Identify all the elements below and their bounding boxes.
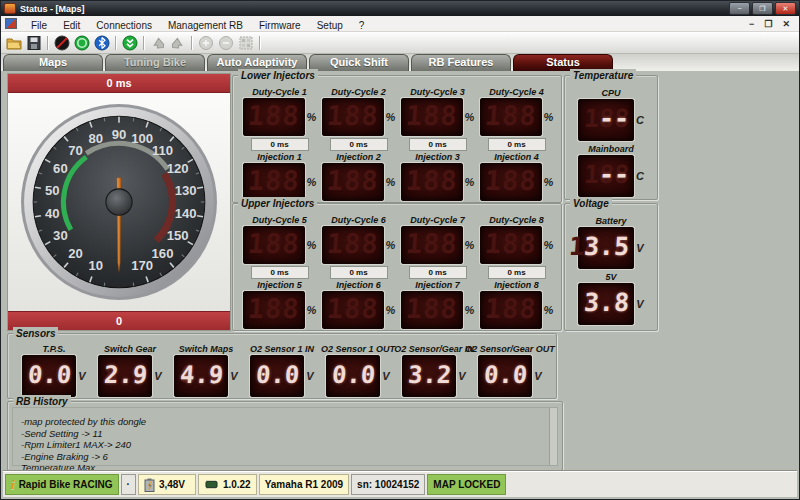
tab-quick-shift[interactable]: Quick Shift (309, 54, 409, 71)
volt-unit-label: V (534, 370, 541, 382)
temperature-display: 188-- (578, 155, 634, 197)
statusbar-sn-10024152: sn: 10024152 (351, 474, 425, 495)
history-line: -map protected by this dongle (21, 416, 547, 428)
injection-display: 188 (401, 163, 463, 201)
disconnect-icon[interactable] (53, 34, 71, 51)
group-title: Temperature (570, 69, 636, 82)
undo-arrow-icon (149, 34, 167, 51)
injection-label: Injection 2 (336, 152, 381, 163)
sensor-label: Switch Maps (179, 344, 234, 355)
toolbar-separator (47, 36, 49, 50)
bluetooth-icon[interactable] (93, 34, 111, 51)
injection-label: Injection 7 (415, 280, 460, 291)
percent-unit-label: % (386, 239, 396, 251)
zoom-out-icon (217, 34, 235, 51)
menu-item-setup[interactable]: Setup (309, 20, 351, 31)
sensor-label: Switch Gear (104, 344, 156, 355)
gauge-tick-label: 170 (131, 258, 153, 273)
sensor-label: O2 Sensor 1 IN (250, 344, 314, 355)
display-ghost-digits: 188 (484, 293, 538, 324)
sensor-cell: Switch Gear8.82.9V (92, 344, 168, 397)
gauge-dial: 1020304050607080901001101201301401501601… (8, 93, 230, 311)
display-ghost-digits: 188 (484, 100, 538, 131)
history-scrollbar[interactable] (549, 408, 557, 465)
sensor-label: O2 Sensor 1 OUT (321, 344, 395, 355)
display-ghost-digits: 188 (484, 228, 538, 259)
display-ghost-digits: 188 (247, 165, 301, 196)
menu-item-firmware[interactable]: Firmware (251, 20, 309, 31)
duty-cycle-label: Duty-Cycle 4 (489, 87, 544, 98)
status-page: 0 ms 10203040506070809010011012013014015… (3, 71, 797, 470)
measure-cell: CPU188--C (578, 88, 644, 141)
display-ghost-digits: 188 (247, 228, 301, 259)
mdi-close-button[interactable]: ✕ (777, 19, 795, 29)
unit-label: V (636, 242, 643, 254)
sensor-display: 8.83.2 (402, 355, 456, 397)
volt-unit-label: V (154, 370, 161, 382)
statusbar-rapid-bike-racing: iRapid Bike RACING (5, 474, 119, 495)
menu-item-file[interactable]: File (23, 20, 55, 31)
menu-item-management-rb[interactable]: Management RB (160, 20, 251, 31)
mdi-child-icon (5, 18, 17, 29)
injection-label: Injection 4 (494, 152, 539, 163)
sensor-display: 8.80.0 (22, 355, 76, 397)
mdi-minimize-button[interactable]: − (744, 19, 759, 29)
display-value: -- (598, 104, 630, 133)
display-ghost-digits: 188 (247, 293, 301, 324)
injection-display: 188 (243, 163, 305, 201)
injection-display: 188 (322, 163, 384, 201)
save-icon[interactable] (25, 34, 43, 51)
menu-item-edit[interactable]: Edit (55, 20, 88, 31)
volt-unit-label: V (458, 370, 465, 382)
gauge-header: 0 ms (8, 74, 230, 93)
connect-icon[interactable] (73, 34, 91, 51)
gauge-tick-label: 20 (68, 246, 83, 261)
gauge-tick-label: 120 (167, 161, 189, 176)
unit-label: C (636, 114, 644, 126)
measure-label: Battery (595, 216, 626, 227)
statusbar-label: MAP LOCKED (433, 479, 500, 490)
mdi-restore-button[interactable]: ❐ (759, 19, 777, 29)
gauge-tick-label: 160 (152, 246, 174, 261)
history-line: -Send Setting -> 11 (21, 428, 547, 440)
zoom-in-icon (197, 34, 215, 51)
injection-label: Injection 6 (336, 280, 381, 291)
tab-rb-features[interactable]: RB Features (411, 54, 511, 71)
duty-cycle-display: 188 (401, 98, 463, 136)
duty-ms-value: 0 ms (251, 138, 309, 151)
redo-arrow-icon (169, 34, 187, 51)
display-ghost-digits: 188 (326, 165, 380, 196)
close-button[interactable]: ✕ (775, 2, 796, 15)
open-folder-icon[interactable] (5, 34, 23, 51)
sensor-display: 8.80.0 (478, 355, 532, 397)
upper-injectors-group: Upper Injectors Duty-Cycle 5188%0 msInje… (232, 203, 562, 331)
display-value: 0.0 (331, 361, 376, 389)
percent-unit-label: % (544, 239, 554, 251)
duty-cycle-label: Duty-Cycle 2 (331, 87, 386, 98)
duty-cycle-label: Duty-Cycle 3 (410, 87, 465, 98)
percent-unit-label: % (386, 176, 396, 188)
menu-item-connections[interactable]: Connections (88, 20, 160, 31)
duty-ms-value: 0 ms (488, 266, 546, 279)
injector-column: Duty-Cycle 5188%0 msInjection 5188% (240, 215, 319, 329)
display-value: 3.8 (583, 288, 630, 317)
volt-unit-label: V (78, 370, 85, 382)
menu-item--[interactable]: ? (351, 20, 373, 31)
tab-maps[interactable]: Maps (3, 54, 103, 71)
download-icon[interactable] (121, 34, 139, 51)
percent-unit-label: % (465, 304, 475, 316)
percent-unit-label: % (307, 176, 317, 188)
history-line: -Rpm Limiter1 MAX-> 240 (21, 439, 547, 451)
minimize-button[interactable]: − (729, 2, 750, 15)
restore-button[interactable]: ❐ (752, 2, 773, 15)
injection-label: Injection 1 (257, 152, 302, 163)
app-icon (4, 3, 16, 14)
injection-display: 188 (243, 291, 305, 329)
app-window: Status - [Maps] − ❐ ✕ FileEditConnection… (0, 0, 800, 500)
duty-ms-value: 0 ms (409, 266, 467, 279)
percent-unit-label: % (386, 111, 396, 123)
temperature-group: Temperature CPU188--CMainboard188--C (564, 75, 658, 200)
duty-cycle-display: 188 (243, 98, 305, 136)
injector-column: Duty-Cycle 2188%0 msInjection 2188% (319, 87, 398, 201)
statusbar-yamaha-r1-2009: Yamaha R1 2009 (259, 474, 349, 495)
